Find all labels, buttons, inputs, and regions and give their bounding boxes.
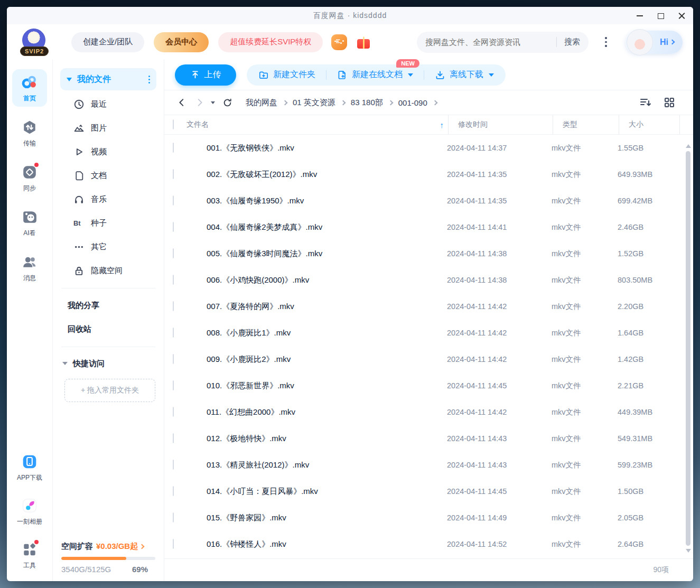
scrollbar[interactable] [685, 140, 692, 555]
file-name[interactable]: 012.《极地特快》.mkv [207, 434, 447, 444]
user-profile-button[interactable]: Hi [626, 31, 683, 54]
rail-item-app-download[interactable]: APP下载 [12, 450, 47, 486]
breadcrumb-item[interactable]: 01 英文资源 [293, 98, 335, 108]
column-header-size[interactable]: 大小 [619, 115, 679, 134]
table-row[interactable]: 010.《邪恶新世界》.mkv 2024-04-11 14:45 mkv文件 2… [164, 372, 693, 399]
table-row[interactable]: 003.《仙履奇缘1950》.mkv 2024-04-11 14:35 mkv文… [164, 188, 693, 214]
gift-icon[interactable] [356, 34, 371, 50]
sidebar-item-hidden-space[interactable]: 隐藏空间 [60, 259, 156, 283]
file-name[interactable]: 011.《幻想曲2000》.mkv [207, 407, 447, 417]
close-button[interactable] [678, 12, 686, 20]
new-online-doc-button[interactable]: NEW 新建在线文档 [337, 69, 413, 80]
collapse-triangle-icon[interactable] [67, 78, 72, 81]
scroll-down-icon[interactable] [686, 549, 691, 553]
row-checkbox[interactable] [173, 248, 174, 258]
forward-button[interactable] [193, 96, 207, 109]
sidebar-item-other[interactable]: 其它 [60, 235, 156, 259]
sidebar-item-my-files[interactable]: 我的文件 [60, 68, 156, 90]
table-row[interactable]: 013.《精灵旅社(2012)》.mkv 2024-04-11 14:43 mk… [164, 452, 693, 478]
scrollbar-thumb[interactable] [686, 151, 690, 546]
file-name[interactable]: 008.《小鹿斑比1》.mkv [207, 328, 447, 338]
file-name[interactable]: 007.《夏洛特的网》.mkv [207, 302, 447, 312]
row-checkbox[interactable] [173, 275, 174, 285]
user-vip-avatar[interactable]: SVIP2 [18, 27, 51, 57]
sidebar-item-music[interactable]: 音乐 [60, 188, 156, 211]
row-checkbox[interactable] [173, 460, 174, 470]
table-row[interactable]: 007.《夏洛特的网》.mkv 2024-04-11 14:42 mkv文件 2… [164, 293, 693, 320]
sidebar-item-pictures[interactable]: 图片 [60, 116, 156, 140]
storage-expand-link[interactable]: 空间扩容 ¥0.03/GB起 [61, 542, 155, 552]
file-name[interactable]: 016.《钟楼怪人》.mkv [207, 539, 447, 549]
row-checkbox[interactable] [173, 195, 174, 206]
upload-button[interactable]: 上传 [175, 64, 236, 86]
file-name[interactable]: 010.《邪恶新世界》.mkv [207, 381, 447, 391]
table-row[interactable]: 006.《小鸡快跑(2000)》.mkv 2024-04-11 14:38 mk… [164, 267, 693, 293]
rail-item-transfer[interactable]: 传输 [12, 115, 47, 152]
file-name[interactable]: 001.《无敌钢铁侠》.mkv [207, 143, 447, 153]
more-menu-icon[interactable] [598, 32, 614, 53]
table-row[interactable]: 011.《幻想曲2000》.mkv 2024-04-11 14:42 mkv文件… [164, 399, 693, 425]
file-name[interactable]: 005.《仙履奇缘3时间魔法》.mkv [207, 249, 447, 259]
maximize-button[interactable] [657, 12, 665, 20]
grid-view-icon[interactable] [664, 97, 675, 108]
sidebar-item-videos[interactable]: 视频 [60, 140, 156, 164]
history-dropdown-icon[interactable] [211, 101, 215, 104]
drop-favorite-folder-zone[interactable]: + 拖入常用文件夹 [64, 379, 155, 402]
table-row[interactable]: 005.《仙履奇缘3时间魔法》.mkv 2024-04-11 14:38 mkv… [164, 240, 693, 267]
column-header-name[interactable]: 文件名 [186, 120, 209, 129]
table-row[interactable]: 015.《野兽家园》.mkv 2024-04-11 14:49 mkv文件 2.… [164, 505, 693, 531]
scroll-up-icon[interactable] [686, 144, 691, 148]
row-checkbox[interactable] [173, 169, 174, 179]
my-files-more-icon[interactable] [148, 76, 150, 83]
new-folder-button[interactable]: 新建文件夹 [258, 69, 315, 80]
rail-item-messages[interactable]: 消息 [12, 250, 47, 286]
sidebar-item-my-shares[interactable]: 我的分享 [60, 294, 156, 318]
table-row[interactable]: 002.《无敌破坏王(2012)》.mkv 2024-04-11 14:35 m… [164, 161, 693, 188]
file-name[interactable]: 009.《小鹿斑比2》.mkv [207, 354, 447, 365]
file-name[interactable]: 006.《小鸡快跑(2000)》.mkv [207, 275, 447, 285]
column-header-date[interactable]: 修改时间 [448, 115, 553, 134]
sidebar-item-documents[interactable]: 文档 [60, 164, 156, 188]
rail-item-home[interactable]: 首页 [12, 69, 47, 107]
breadcrumb-item[interactable]: 我的网盘 [246, 98, 277, 108]
row-checkbox[interactable] [173, 328, 174, 338]
file-name[interactable]: 014.《小叮当：夏日风暴》.mkv [207, 487, 447, 497]
offline-download-button[interactable]: 离线下载 [435, 69, 494, 80]
table-row[interactable]: 001.《无敌钢铁侠》.mkv 2024-04-11 14:37 mkv文件 1… [164, 135, 693, 161]
rail-item-photos[interactable]: 一刻相册 [12, 493, 47, 530]
row-checkbox[interactable] [173, 222, 174, 232]
row-checkbox[interactable] [173, 301, 174, 311]
sidebar-item-torrents[interactable]: Bt 种子 [60, 211, 156, 235]
row-checkbox[interactable] [173, 143, 174, 153]
file-name[interactable]: 004.《仙履奇缘2美梦成真》.mkv [207, 222, 447, 232]
minimize-button[interactable] [636, 12, 643, 20]
row-checkbox[interactable] [173, 407, 174, 417]
game-icon[interactable] [331, 34, 347, 50]
row-checkbox[interactable] [173, 486, 174, 496]
sort-ascending-icon[interactable]: ↑ [440, 120, 444, 129]
quick-access-header[interactable]: 快捷访问 [60, 352, 156, 375]
select-all-checkbox[interactable] [173, 119, 174, 129]
row-checkbox[interactable] [173, 539, 174, 549]
rail-item-tools[interactable]: 工具 [12, 537, 47, 574]
row-checkbox[interactable] [173, 380, 174, 390]
file-name[interactable]: 013.《精灵旅社(2012)》.mkv [207, 460, 447, 470]
table-row[interactable]: 008.《小鹿斑比1》.mkv 2024-04-11 14:42 mkv文件 1… [164, 320, 693, 346]
table-row[interactable]: 014.《小叮当：夏日风暴》.mkv 2024-04-11 14:45 mkv文… [164, 478, 693, 505]
create-team-button[interactable]: 创建企业/团队 [71, 32, 144, 52]
svip-promo-button[interactable]: 超值续费延长SVIP特权 [218, 32, 323, 52]
row-checkbox[interactable] [173, 433, 174, 443]
back-button[interactable] [175, 96, 189, 109]
file-name[interactable]: 002.《无敌破坏王(2012)》.mkv [207, 170, 447, 180]
rail-item-aikan[interactable]: AI看 [12, 205, 47, 241]
column-header-type[interactable]: 类型 [553, 115, 619, 134]
sidebar-item-recent[interactable]: 最近 [60, 92, 156, 116]
sort-icon[interactable] [639, 97, 652, 108]
table-row[interactable]: 012.《极地特快》.mkv 2024-04-11 14:43 mkv文件 54… [164, 425, 693, 452]
breadcrumb-item[interactable]: 83 180部 [351, 98, 383, 108]
member-center-button[interactable]: 会员中心 [154, 32, 209, 52]
file-name[interactable]: 015.《野兽家园》.mkv [207, 513, 447, 523]
refresh-button[interactable] [220, 96, 234, 109]
sidebar-item-recycle-bin[interactable]: 回收站 [60, 318, 156, 341]
row-checkbox[interactable] [173, 512, 174, 522]
